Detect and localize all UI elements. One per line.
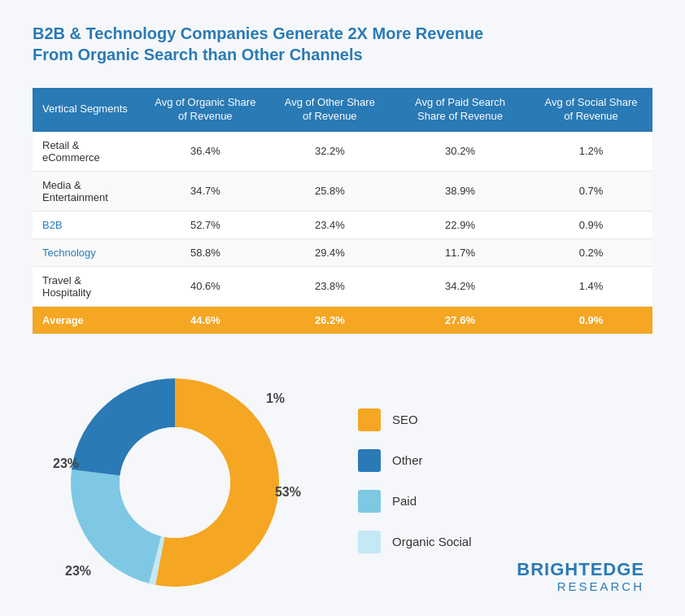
legend-swatch xyxy=(358,449,381,472)
table-row: Average44.6%26.2%27.6%0.9% xyxy=(33,306,652,334)
table-row: Travel & Hospitality40.6%23.8%34.2%1.4% xyxy=(33,266,652,306)
chart-legend: SEOOtherPaidOrganic Social xyxy=(358,408,472,553)
logo-line1: BRIGHTEDGE xyxy=(517,560,644,579)
brightedge-logo: BRIGHTEDGE RESEARCH xyxy=(517,560,644,593)
logo-line2: RESEARCH xyxy=(517,579,644,593)
label-1pct: 1% xyxy=(266,391,285,406)
table-row: Media & Entertainment34.7%25.8%38.9%0.7% xyxy=(33,171,652,211)
legend-swatch xyxy=(358,490,381,513)
donut-chart: 1% 53% 23% 23% xyxy=(49,359,309,603)
table-row: Retail & eCommerce36.4%32.2%30.2%1.2% xyxy=(33,132,652,172)
page-title: B2B & Technology Companies Generate 2X M… xyxy=(33,23,521,65)
legend-swatch xyxy=(358,531,381,553)
legend-label: Paid xyxy=(392,494,417,508)
revenue-table: Vertical SegmentsAvg of Organic Share of… xyxy=(33,88,652,334)
legend-item: Organic Social xyxy=(358,531,472,553)
legend-swatch xyxy=(358,408,381,431)
legend-item: SEO xyxy=(358,408,472,431)
legend-label: SEO xyxy=(392,413,418,426)
page-container: B2B & Technology Companies Generate 2X M… xyxy=(0,0,685,616)
label-53pct: 53% xyxy=(275,485,301,500)
data-table-wrapper: Vertical SegmentsAvg of Organic Share of… xyxy=(33,88,652,334)
legend-label: Organic Social xyxy=(392,535,472,548)
legend-label: Other xyxy=(392,453,423,467)
col-header-3: Avg of Paid Search Share of Revenue xyxy=(390,88,530,132)
svg-point-0 xyxy=(120,427,230,538)
col-header-4: Avg of Social Share of Revenue xyxy=(530,88,652,132)
col-header-1: Avg of Organic Share of Revenue xyxy=(142,88,269,132)
legend-item: Paid xyxy=(358,490,472,513)
label-23pct-left: 23% xyxy=(53,457,79,471)
table-row: Technology58.8%29.4%11.7%0.2% xyxy=(33,238,652,266)
legend-item: Other xyxy=(358,449,472,472)
label-23pct-bottom: 23% xyxy=(65,564,91,579)
col-header-2: Avg of Other Share of Revenue xyxy=(269,88,390,132)
col-header-0: Vertical Segments xyxy=(33,88,142,132)
table-row: B2B52.7%23.4%22.9%0.9% xyxy=(33,211,652,238)
